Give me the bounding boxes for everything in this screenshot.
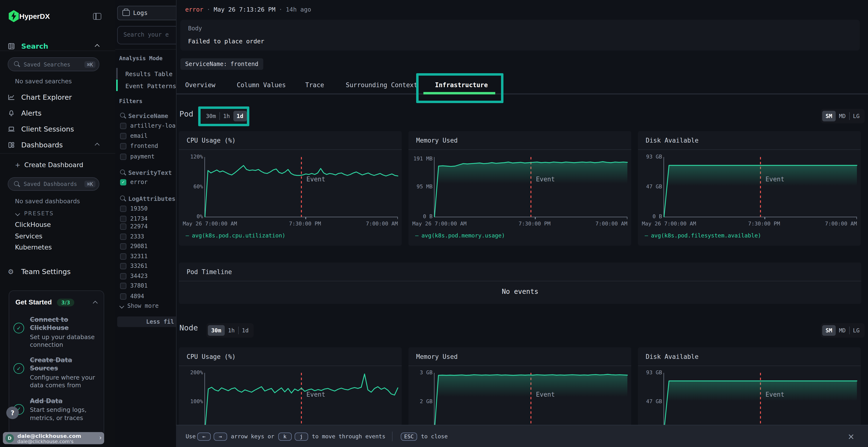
search-nav-icon: [8, 43, 15, 50]
chart-plot[interactable]: [205, 373, 398, 431]
tab-overview[interactable]: Overview: [185, 81, 215, 89]
filter-item[interactable]: artillery-loa: [130, 122, 176, 129]
filter-item[interactable]: 33261: [130, 263, 148, 269]
preset-services[interactable]: Services: [15, 232, 42, 240]
node-range-1h[interactable]: 1h: [225, 325, 238, 336]
pod-size-sm[interactable]: SM: [822, 111, 836, 122]
checkbox[interactable]: [120, 273, 126, 279]
checkbox[interactable]: [120, 133, 126, 139]
body-label: Body: [188, 25, 202, 32]
checkbox[interactable]: [120, 143, 126, 149]
chevron-right-icon: ›: [99, 434, 102, 441]
tab-infrastructure[interactable]: Infrastructure: [435, 81, 488, 89]
chart-plot[interactable]: [663, 157, 857, 217]
node-range-1d[interactable]: 1d: [239, 325, 252, 336]
sidebar-item-client-sessions[interactable]: Client Sessions: [0, 122, 115, 136]
checkbox[interactable]: [120, 153, 126, 160]
tab-trace[interactable]: Trace: [305, 81, 324, 89]
sidebar-item-team-settings[interactable]: ⚙ Team Settings: [0, 265, 115, 278]
chart-title: Memory Used: [416, 353, 458, 360]
chart-plot[interactable]: [663, 373, 857, 431]
filter-item[interactable]: email: [130, 133, 148, 139]
create-dashboard-button[interactable]: +Create Dashboard: [15, 161, 83, 169]
y-tick: 93 GB: [641, 154, 662, 160]
filter-item[interactable]: 4894: [130, 293, 144, 300]
filter-item[interactable]: 34423: [130, 273, 148, 279]
node-size-sm[interactable]: SM: [822, 325, 836, 336]
checkbox[interactable]: [120, 243, 126, 249]
toggle-divider: [238, 326, 239, 334]
y-tick: 200%: [182, 370, 203, 376]
get-started-item[interactable]: ✓ Connect to ClickHouse Set up your data…: [9, 312, 104, 353]
filter-item[interactable]: 2333: [130, 233, 144, 240]
legend-label: avg(k8s.pod.memory.usage): [422, 232, 505, 239]
checkbox[interactable]: [120, 206, 126, 212]
preset-kubernetes[interactable]: Kubernetes: [15, 243, 52, 251]
service-name-chip[interactable]: ServiceName: frontend: [180, 58, 263, 70]
checkbox[interactable]: [120, 216, 126, 222]
detail-tabs: Overview Column Values Trace Surrounding…: [177, 77, 868, 94]
y-tick: 60%: [182, 184, 203, 190]
separator: ·: [207, 6, 210, 13]
node-size-md[interactable]: MD: [836, 325, 849, 336]
y-tick: 0 B: [641, 214, 662, 220]
sidebar-item-alerts[interactable]: Alerts: [0, 106, 115, 120]
tab-surrounding-context[interactable]: Surrounding Context: [346, 81, 417, 89]
checkbox[interactable]: [120, 234, 126, 240]
no-events-text: No events: [179, 287, 861, 295]
sidebar-item-chart-explorer[interactable]: Chart Explorer: [0, 91, 115, 104]
sidebar-collapse-icon[interactable]: [93, 13, 101, 20]
tab-column-values[interactable]: Column Values: [237, 81, 286, 89]
node-range-30m[interactable]: 30m: [208, 325, 225, 336]
event-marker-label: Event: [766, 391, 784, 398]
checkbox[interactable]: [120, 283, 126, 289]
get-started-item[interactable]: ✓ Add Data Start sending logs, metrics, …: [9, 393, 104, 426]
filter-item[interactable]: 22974: [130, 223, 148, 230]
filter-item[interactable]: payment: [130, 153, 155, 160]
checkbox[interactable]: [120, 224, 126, 230]
source-select-value: Logs: [133, 9, 148, 16]
hint-use: Use: [186, 433, 196, 440]
search-icon: [120, 196, 125, 200]
mode-results-table[interactable]: Results Table: [125, 70, 173, 77]
filter-item[interactable]: 29081: [130, 243, 148, 249]
pod-range-1h[interactable]: 1h: [220, 111, 234, 122]
checkbox-checked[interactable]: ✓: [120, 179, 126, 185]
filter-item[interactable]: 21734: [130, 215, 148, 222]
brand-row: HyperDX: [0, 9, 115, 28]
brand-title: HyperDX: [19, 12, 50, 20]
pod-range-1d[interactable]: 1d: [233, 111, 247, 122]
search-icon: [120, 113, 125, 117]
filter-item[interactable]: 32311: [130, 253, 148, 260]
chart-title: Memory Used: [416, 137, 458, 144]
saved-searches-input[interactable]: Saved Searches ⌘K: [8, 57, 99, 71]
checkbox[interactable]: [120, 123, 126, 129]
sidebar-item-dashboards[interactable]: Dashboards: [0, 138, 115, 152]
chart-card-pod-cpu: CPU Usage (%) 120% 60% 0% Event May 26 7…: [179, 131, 402, 246]
chart-plot[interactable]: [434, 373, 627, 431]
get-started-item[interactable]: ✓ Create Data Sources Configure where yo…: [9, 353, 104, 393]
chart-plot[interactable]: [434, 157, 627, 217]
chevron-up-icon[interactable]: [93, 301, 98, 306]
filter-item-error[interactable]: error: [130, 179, 148, 185]
mode-indicator: [116, 68, 117, 79]
filter-item[interactable]: 19350: [130, 205, 148, 212]
close-icon[interactable]: ×: [848, 432, 855, 441]
pod-size-lg[interactable]: LG: [849, 111, 863, 122]
saved-dashboards-input[interactable]: Saved Dashboards ⌘K: [8, 177, 99, 191]
filter-item[interactable]: frontend: [130, 143, 158, 149]
user-menu[interactable]: D dale@clickhouse.com dale@clickhouse.co…: [3, 432, 104, 444]
chart-plot[interactable]: [205, 157, 398, 217]
checkbox[interactable]: [120, 294, 126, 300]
filter-item[interactable]: 37801: [130, 282, 148, 289]
checkbox[interactable]: [120, 253, 126, 260]
checkbox[interactable]: [120, 263, 126, 269]
y-tick: 191 MB: [411, 156, 433, 162]
pod-range-30m[interactable]: 30m: [203, 111, 219, 122]
pod-size-md[interactable]: MD: [836, 111, 849, 122]
mode-event-patterns[interactable]: Event Patterns: [125, 82, 176, 90]
kbd-shortcut-badge: ⌘K: [85, 61, 95, 68]
node-size-lg[interactable]: LG: [849, 325, 863, 336]
preset-clickhouse[interactable]: ClickHouse: [15, 220, 51, 228]
help-button[interactable]: ?: [6, 407, 19, 419]
